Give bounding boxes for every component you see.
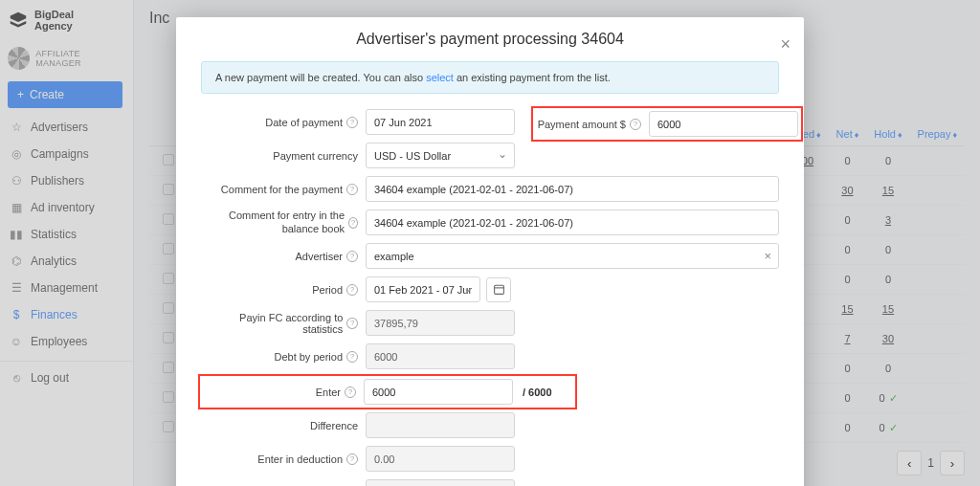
help-icon[interactable]: ?	[346, 184, 358, 195]
payment-amount-input[interactable]	[649, 111, 798, 137]
select-payment-link[interactable]: select	[426, 72, 454, 83]
comment-balance-input[interactable]	[366, 210, 779, 235]
deduction-input	[366, 446, 515, 472]
payment-modal: × Advertiser's payment processing 34604 …	[176, 17, 804, 486]
difference-input	[366, 412, 515, 438]
transferred-input	[366, 479, 515, 486]
enter-input[interactable]	[364, 379, 513, 405]
payment-currency-select[interactable]	[366, 143, 515, 168]
help-icon[interactable]: ?	[346, 117, 358, 128]
clear-advertiser-icon[interactable]: ×	[764, 249, 771, 263]
svg-rect-0	[494, 285, 503, 294]
help-icon[interactable]: ?	[346, 351, 358, 363]
debt-input	[366, 343, 515, 369]
period-input[interactable]	[366, 276, 480, 302]
help-icon[interactable]: ?	[346, 284, 358, 296]
help-icon[interactable]: ?	[345, 387, 356, 398]
help-icon[interactable]: ?	[346, 453, 358, 465]
help-icon[interactable]: ?	[346, 251, 358, 262]
enter-suffix: / 6000	[523, 387, 552, 398]
advertiser-input[interactable]	[366, 243, 779, 269]
calendar-button[interactable]	[486, 277, 511, 302]
info-banner: A new payment will be created. You can a…	[201, 61, 779, 94]
help-icon[interactable]: ?	[630, 119, 641, 130]
modal-title: Advertiser's payment processing 34604	[201, 31, 779, 48]
comment-payment-input[interactable]	[366, 176, 779, 202]
modal-close-button[interactable]: ×	[780, 34, 791, 55]
payin-input	[366, 310, 515, 336]
help-icon[interactable]: ?	[348, 217, 358, 229]
date-of-payment-input[interactable]	[366, 109, 515, 135]
help-icon[interactable]: ?	[346, 318, 358, 329]
